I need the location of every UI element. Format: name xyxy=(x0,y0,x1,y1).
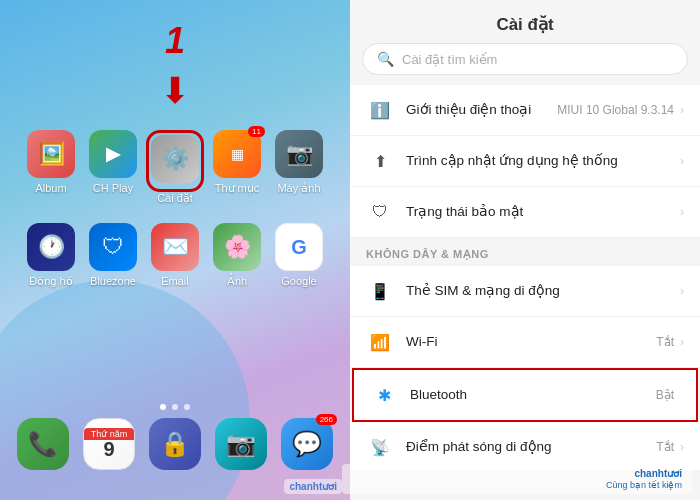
wifi-value: Tắt xyxy=(656,335,674,349)
dot-3 xyxy=(184,404,190,410)
search-bar[interactable]: 🔍 Cài đặt tìm kiếm xyxy=(362,43,688,75)
app-label-folder: Thư mục xyxy=(215,182,260,195)
sim-icon: 📱 xyxy=(366,277,394,305)
hotspot-text: Điểm phát sóng di động xyxy=(406,438,656,456)
update-text: Trình cập nhật ứng dụng hệ thống xyxy=(406,152,680,170)
phone-screen: 1 ⬇ 🖼️ Album ▶ CH Play ⚙️ Cài đặt xyxy=(0,0,350,500)
app-highlight-border: ⚙️ xyxy=(146,130,204,192)
wifi-icon: 📶 xyxy=(366,328,394,356)
wifi-chevron: › xyxy=(680,335,684,349)
intro-text: Giới thiệu điện thoại xyxy=(406,101,557,119)
app-label-email: Email xyxy=(161,275,189,287)
app-item-album[interactable]: 🖼️ Album xyxy=(22,130,80,205)
folder-badge: 11 xyxy=(248,126,265,137)
settings-item-bluetooth[interactable]: ✱ Bluetooth ⬅ 2 Bật xyxy=(352,368,698,422)
app-icon-folder[interactable]: ▦ 11 xyxy=(213,130,261,178)
app-label-album: Album xyxy=(35,182,66,194)
app-item-caidat[interactable]: ⚙️ Cài đặt xyxy=(146,130,204,205)
step-1-label: 1 xyxy=(165,20,185,62)
dock-calendar[interactable]: Thứ năm 9 xyxy=(83,418,135,470)
app-label-caidat: Cài đặt xyxy=(157,192,193,205)
lock-icon[interactable]: 🔒 xyxy=(149,418,201,470)
settings-item-intro[interactable]: ℹ️ Giới thiệu điện thoại MIUI 10 Global … xyxy=(350,85,700,136)
app-row-2: 🕐 Đồng hồ 🛡 Bluezone ✉️ Email 🌸 Ảnh G Go… xyxy=(20,223,330,288)
app-item-dongho[interactable]: 🕐 Đồng hồ xyxy=(22,223,80,288)
folder-icon-symbol: ▦ xyxy=(231,146,244,162)
step-1-arrow: ⬇ xyxy=(160,70,190,112)
settings-list: ℹ️ Giới thiệu điện thoại MIUI 10 Global … xyxy=(350,85,700,470)
app-icon-dongho[interactable]: 🕐 xyxy=(27,223,75,271)
security-chevron: › xyxy=(680,205,684,219)
app-label-google: Google xyxy=(281,275,316,287)
intro-value: MIUI 10 Global 9.3.14 xyxy=(557,103,674,117)
messages-badge: 266 xyxy=(316,414,337,425)
search-icon: 🔍 xyxy=(377,51,394,67)
app-icon-caidat[interactable]: ⚙️ xyxy=(151,135,199,183)
dock-messages[interactable]: 💬 266 xyxy=(281,418,333,470)
app-icon-email[interactable]: ✉️ xyxy=(151,223,199,271)
app-label-anh: Ảnh xyxy=(227,275,247,288)
update-chevron: › xyxy=(680,154,684,168)
bluetooth-value: Bật xyxy=(656,388,674,402)
security-text: Trạng thái bảo mật xyxy=(406,203,680,221)
app-label-camera: Máy ảnh xyxy=(277,182,320,195)
app-icon-bluezone[interactable]: 🛡 xyxy=(89,223,137,271)
app-item-bluezone[interactable]: 🛡 Bluezone xyxy=(84,223,142,288)
dock-phone[interactable]: 📞 xyxy=(17,418,69,470)
app-item-google[interactable]: G Google xyxy=(270,223,328,288)
sim-text: Thẻ SIM & mạng di động xyxy=(406,282,680,300)
bluetooth-icon: ✱ xyxy=(370,381,398,409)
selfie-icon[interactable]: 📷 xyxy=(215,418,267,470)
search-placeholder: Cài đặt tìm kiếm xyxy=(402,52,497,67)
bottom-dock: 📞 Thứ năm 9 🔒 📷 💬 266 xyxy=(10,418,340,470)
app-row-1: 🖼️ Album ▶ CH Play ⚙️ Cài đặt ▦ 11 xyxy=(20,130,330,205)
app-icon-google[interactable]: G xyxy=(275,223,323,271)
settings-item-security[interactable]: 🛡 Trạng thái bảo mật › xyxy=(350,187,700,238)
bluetooth-text: Bluetooth xyxy=(410,386,656,404)
app-item-email[interactable]: ✉️ Email xyxy=(146,223,204,288)
sim-chevron: › xyxy=(680,284,684,298)
dot-2 xyxy=(172,404,178,410)
intro-chevron: › xyxy=(680,103,684,117)
wifi-text: Wi-Fi xyxy=(406,333,656,351)
app-label-dongho: Đồng hồ xyxy=(29,275,72,288)
app-item-chplay[interactable]: ▶ CH Play xyxy=(84,130,142,205)
calendar-icon[interactable]: Thứ năm 9 xyxy=(83,418,135,470)
hotspot-chevron: › xyxy=(680,440,684,454)
update-icon: ⬆ xyxy=(366,147,394,175)
watermark-right: chanhtươiCùng bạn tết kiệm xyxy=(342,464,692,494)
watermark-left: chanhtươi xyxy=(284,479,342,494)
hotspot-value: Tắt xyxy=(656,440,674,454)
messages-icon[interactable]: 💬 266 xyxy=(281,418,333,470)
app-label-bluezone: Bluezone xyxy=(90,275,136,287)
intro-icon: ℹ️ xyxy=(366,96,394,124)
settings-item-hotspot[interactable]: 📡 Điểm phát sóng di động Tắt › xyxy=(350,422,700,470)
settings-item-sim[interactable]: 📱 Thẻ SIM & mạng di động › xyxy=(350,266,700,317)
app-item-anh[interactable]: 🌸 Ảnh xyxy=(208,223,266,288)
app-item-folder[interactable]: ▦ 11 Thư mục xyxy=(208,130,266,205)
dock-selfie[interactable]: 📷 xyxy=(215,418,267,470)
settings-item-update[interactable]: ⬆ Trình cập nhật ứng dụng hệ thống › xyxy=(350,136,700,187)
app-item-camera[interactable]: 📷 Máy ảnh xyxy=(270,130,328,205)
hotspot-icon: 📡 xyxy=(366,433,394,461)
app-grid: 🖼️ Album ▶ CH Play ⚙️ Cài đặt ▦ 11 xyxy=(20,130,330,306)
app-icon-anh[interactable]: 🌸 xyxy=(213,223,261,271)
app-label-chplay: CH Play xyxy=(93,182,133,194)
dock-lock[interactable]: 🔒 xyxy=(149,418,201,470)
dot-1 xyxy=(160,404,166,410)
app-icon-chplay[interactable]: ▶ xyxy=(89,130,137,178)
settings-item-wifi[interactable]: 📶 Wi-Fi Tắt › xyxy=(350,317,700,368)
page-dots xyxy=(160,404,190,410)
security-icon: 🛡 xyxy=(366,198,394,226)
app-icon-camera[interactable]: 📷 xyxy=(275,130,323,178)
calendar-date: 9 xyxy=(103,438,114,461)
section-wireless: KHÔNG DÂY & MẠNG xyxy=(350,238,700,266)
phone-icon[interactable]: 📞 xyxy=(17,418,69,470)
app-icon-album[interactable]: 🖼️ xyxy=(27,130,75,178)
settings-panel: Cài đặt 🔍 Cài đặt tìm kiếm ℹ️ Giới thiệu… xyxy=(350,0,700,500)
settings-title: Cài đặt xyxy=(350,0,700,43)
